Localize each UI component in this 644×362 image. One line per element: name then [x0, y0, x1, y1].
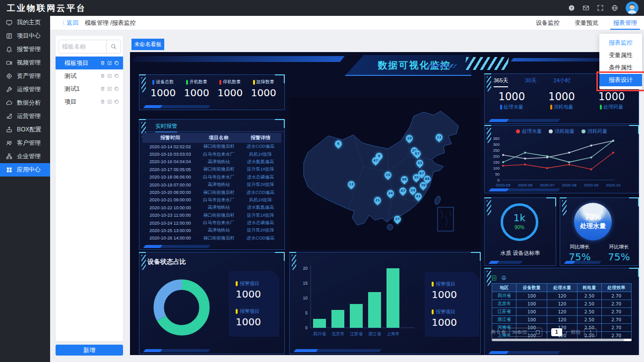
template-item[interactable]: 模板项目 [56, 57, 123, 69]
alarm-row[interactable]: 2020-10-14 02:02:02禄口街前微后村进水COD偏高 [142, 143, 281, 150]
print-icon[interactable] [501, 275, 507, 281]
template-item[interactable]: 项目 [56, 95, 123, 108]
alarm-row[interactable]: 2020-10-24 12:00:00白马寺自来水厂进水总磷偏高 [142, 219, 281, 227]
alarm-row[interactable]: 2020-10-23 11:00:00禄口街前微后村提升泵1#故障 [142, 212, 281, 219]
alarm-project: 白马寺自来水厂 [198, 197, 240, 203]
edit-icon[interactable] [107, 99, 112, 104]
alarm-row[interactable]: 2020-10-25 13:00:00高津地铁站提升泵2#故障 [142, 227, 281, 234]
period-tab-30天[interactable]: 30天 [525, 77, 536, 87]
alarm-row[interactable]: 2020-10-18 06:06:00白马寺自来水厂进水总磷偏高 [142, 174, 281, 181]
copy-icon[interactable] [114, 73, 119, 78]
alarm-row[interactable]: 2020-10-16 04:04:04高津地铁站进水氨氮偏高 [142, 158, 281, 166]
horizontal-scrollbar[interactable] [492, 339, 632, 341]
svg-text:20: 20 [303, 266, 308, 271]
sidebar-item-2[interactable]: 项目中心 [0, 29, 50, 43]
sidebar-item-1[interactable]: 我的主页 [0, 16, 50, 29]
map-pin[interactable]: 88 [399, 175, 409, 184]
copy-icon[interactable] [114, 60, 119, 65]
alarm-row[interactable]: 2020-10-22 10:00:00高津地铁站进水氨氮偏高 [142, 204, 281, 211]
alarm-time: 2020-10-16 04:04:04 [142, 159, 198, 164]
header-decoration-slashes [464, 57, 509, 70]
menu-item-变量属性[interactable]: 变量属性 [599, 49, 642, 61]
map-pin[interactable]: 70 [418, 181, 428, 190]
add-template-button[interactable]: 新增 [56, 345, 123, 356]
goto-page-input[interactable]: 1 [584, 328, 597, 337]
alarm-row[interactable]: 2020-10-17 05:05:05禄口街前微后村提升泵1#故障 [142, 166, 281, 173]
tab-设备监控[interactable]: 设备监控 [536, 16, 560, 30]
legend-item[interactable]: 消耗能量 [549, 128, 575, 135]
search-icon[interactable] [106, 40, 121, 53]
map-pin[interactable]: 15 [383, 170, 393, 180]
map-pin[interactable]: 11 [434, 132, 444, 142]
edit-icon[interactable] [107, 86, 112, 91]
sidebar-item-3[interactable]: 报警管理 [0, 43, 50, 56]
stat-marker [186, 80, 188, 85]
excel-icon[interactable] [492, 275, 497, 281]
sidebar-item-7[interactable]: 数据分析 [0, 96, 50, 110]
tab-报表管理[interactable]: 报表管理 [613, 16, 637, 30]
globe-icon[interactable] [611, 4, 618, 11]
alarm-row[interactable]: 2020-10-21 09:00:00白马寺自来水厂风机1#故障 [142, 196, 281, 204]
delete-icon[interactable] [100, 60, 105, 65]
period-tab-365天[interactable]: 365天 [494, 77, 508, 87]
alarm-row[interactable]: 2020-10-26 14:00:00禄口街前微后村进水COD偏高 [142, 235, 281, 242]
current-page[interactable]: 1 [551, 328, 562, 336]
fullscreen-icon[interactable] [597, 4, 604, 11]
edit-icon[interactable] [107, 60, 112, 65]
map-pin[interactable]: 21 [373, 195, 383, 205]
legend-item[interactable]: 消耗药量 [581, 128, 607, 135]
edit-icon[interactable] [107, 73, 112, 78]
map-pin[interactable]: 10 [404, 133, 414, 143]
sidebar-item-11[interactable]: 企业管理 [0, 150, 50, 163]
map-pin[interactable]: 47 [371, 156, 381, 166]
delete-icon[interactable] [100, 73, 105, 78]
sidebar-item-5[interactable]: 资产管理 [0, 69, 50, 83]
sidebar-item-12[interactable]: 应用中心 [0, 163, 50, 177]
stat-value: 1000 [586, 91, 637, 103]
user-avatar[interactable] [626, 1, 639, 14]
map-pin[interactable]: 33 [415, 158, 425, 168]
menu-item-报表监控[interactable]: 报表监控 [599, 37, 642, 49]
sidebar-item-9[interactable]: BOX配置 [0, 123, 50, 136]
map-pin[interactable]: 47 [398, 186, 408, 196]
template-item[interactable]: 测试1 [56, 82, 123, 95]
panel-corner [275, 252, 285, 261]
sidebar-item-8[interactable]: 运营管理 [0, 110, 50, 123]
map-pin[interactable]: 67 [412, 149, 422, 159]
template-list: 模板项目测试测试1项目 [56, 57, 123, 108]
back-button[interactable]: 〈 返回 [59, 16, 78, 30]
scrollbar-thumb[interactable] [624, 339, 632, 341]
alarm-row[interactable]: 2020-10-20 08:00:00禄口街前微后村进水COD偏高 [142, 188, 281, 196]
delete-icon[interactable] [100, 86, 105, 91]
sidebar-item-4[interactable]: 视频管理 [0, 56, 50, 69]
legend-item[interactable]: 处理水量 [516, 128, 542, 135]
template-search-input[interactable] [59, 40, 106, 53]
map-pin[interactable]: 13 [346, 180, 356, 189]
page-size-select[interactable]: 30条/页 [510, 328, 542, 337]
tab-变量预览[interactable]: 变量预览 [575, 16, 598, 30]
map-pin[interactable]: 27 [392, 214, 402, 224]
delete-icon[interactable] [100, 99, 105, 104]
map-pin[interactable]: 6 [333, 139, 343, 149]
copy-icon[interactable] [114, 99, 119, 104]
alarm-row[interactable]: 2020-10-15 03:03:03白马寺自来水厂风机1#故障 [142, 150, 281, 158]
map-pin[interactable]: 34 [386, 188, 395, 198]
prev-page-button[interactable]: ‹ [546, 329, 548, 335]
region-bar-chart: 05101520四川省北京市江苏省浙江省上海市 [296, 261, 420, 340]
map-pin[interactable]: 41 [413, 191, 423, 201]
board-tab[interactable]: 未命名看板 [131, 39, 164, 50]
sidebar-item-6[interactable]: 运维管理 [0, 83, 50, 96]
period-tab-24小时[interactable]: 24小时 [554, 77, 571, 87]
copy-icon[interactable] [114, 86, 119, 91]
alarm-row[interactable]: 2020-10-19 07:00:00高津地铁站提升泵2#故障 [142, 181, 281, 188]
alarm-detail: 提升泵1#故障 [240, 212, 281, 219]
help-icon[interactable]: ? [568, 4, 575, 11]
map-pin[interactable]: 35 [411, 173, 421, 182]
template-item[interactable]: 测试 [56, 69, 123, 82]
next-page-button[interactable]: › [566, 329, 568, 335]
dashboard: 数据可视化监控 设备总数1000开机数量1000停机数量1000故障数量1000… [130, 52, 639, 355]
alarm-panel-title[interactable]: 实时报警 [155, 122, 177, 132]
alarm-table-body: 2020-10-14 02:02:02禄口街前微后村进水COD偏高2020-10… [142, 143, 281, 244]
mail-icon[interactable] [582, 4, 589, 11]
sidebar-item-10[interactable]: 客户管理 [0, 136, 50, 150]
